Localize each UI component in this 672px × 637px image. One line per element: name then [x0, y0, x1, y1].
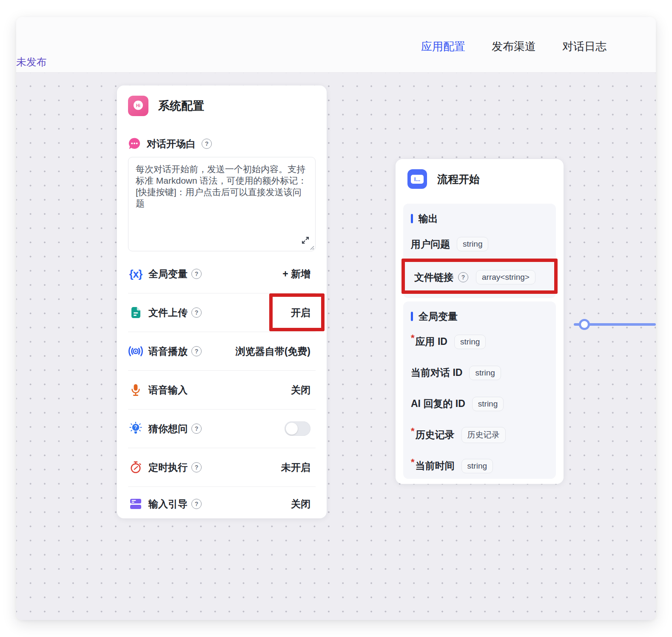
type-tag: 历史记录	[461, 427, 506, 443]
help-icon[interactable]: ?	[191, 269, 202, 279]
input-guide-value[interactable]: 关闭	[291, 498, 310, 511]
output-heading: 输出	[411, 212, 548, 225]
flow-card-header: I... 流程开始	[403, 169, 556, 189]
top-nav-tabs: 应用配置 发布渠道 对话日志	[421, 39, 607, 54]
global-variables-section: 全局变量 * 应用 ID string 当前对话 ID string AI 回复…	[403, 301, 556, 479]
variable-row-current-time: * 当前时间 string	[411, 450, 548, 481]
help-icon[interactable]: ?	[191, 424, 202, 434]
voice-input-row: 语音输入 关闭	[128, 370, 316, 409]
required-asterisk: *	[411, 333, 415, 344]
timer-icon	[128, 461, 143, 474]
variable-row-conversation-id: 当前对话 ID string	[411, 357, 548, 388]
section-bar	[411, 214, 413, 223]
help-icon[interactable]: ?	[191, 346, 202, 356]
system-card-title: 系统配置	[158, 98, 204, 114]
flow-card-title: 流程开始	[437, 172, 480, 186]
system-config-icon: Hi	[128, 96, 148, 116]
opening-message-placeholder: 每次对话开始前，发送一个初始内容。支持标准 Markdown 语法，可使用的额外…	[136, 163, 308, 209]
input-guide-row: 输入引导 ? 关闭	[128, 486, 316, 521]
svg-text:Hi: Hi	[136, 103, 140, 108]
type-tag: string	[472, 397, 504, 411]
help-icon[interactable]: ?	[191, 307, 202, 318]
app-window: 未发布 应用配置 发布渠道 对话日志 Hi 系统配置	[16, 17, 656, 620]
scheduled-run-row: 定时执行 ? 未开启	[128, 448, 316, 486]
tab-publish-channels[interactable]: 发布渠道	[492, 39, 536, 54]
flow-canvas[interactable]: Hi 系统配置 对话开场白 ? 每次对话开始前，发送	[16, 72, 656, 620]
tab-app-config[interactable]: 应用配置	[421, 39, 465, 54]
file-upload-status[interactable]: 开启	[291, 306, 310, 319]
flow-start-card[interactable]: I... 流程开始 输出 用户问题 string 文件链接 ? array<st…	[396, 159, 564, 484]
resize-handle[interactable]	[309, 245, 314, 250]
suggested-questions-row: ? 猜你想问 ?	[128, 409, 316, 448]
variable-row-ai-reply-id: AI 回复的 ID string	[411, 388, 548, 419]
variable-row-app-id: * 应用 ID string	[411, 326, 548, 357]
help-icon[interactable]: ?	[458, 272, 468, 282]
suggested-questions-toggle[interactable]	[285, 421, 310, 436]
voice-playback-row: 语音播放 ? 浏览器自带(免费)	[128, 332, 316, 370]
input-guide-icon	[128, 498, 143, 509]
scheduled-run-value[interactable]: 未开启	[281, 461, 310, 474]
svg-text:?: ?	[134, 424, 137, 430]
connector-port[interactable]	[579, 319, 590, 330]
add-variable-button[interactable]: + 新增	[282, 267, 310, 281]
flow-start-icon: I...	[407, 169, 427, 189]
voice-broadcast-icon	[128, 345, 143, 357]
section-bar	[411, 312, 413, 321]
help-icon[interactable]: ?	[202, 139, 212, 149]
chat-bubble-icon	[128, 137, 141, 150]
system-settings-list: {x} 全局变量 ? + 新增 文件上传 ?	[128, 255, 316, 521]
type-tag: string	[469, 366, 501, 380]
expand-icon[interactable]	[301, 236, 310, 245]
global-variables-row: {x} 全局变量 ? + 新增	[128, 255, 316, 293]
toggle-knob	[286, 423, 298, 435]
help-icon[interactable]: ?	[191, 462, 202, 472]
tab-conversation-logs[interactable]: 对话日志	[562, 39, 607, 54]
required-asterisk: *	[411, 426, 415, 437]
global-variables-heading: 全局变量	[411, 310, 548, 323]
voice-input-value[interactable]: 关闭	[291, 384, 310, 397]
lightbulb-question-icon: ?	[128, 422, 143, 435]
output-row-user-question: 用户问题 string	[411, 231, 548, 257]
file-document-icon	[128, 306, 143, 319]
opening-message-textarea[interactable]: 每次对话开始前，发送一个初始内容。支持标准 Markdown 语法，可使用的额外…	[128, 157, 316, 251]
file-upload-row: 文件上传 ? 开启	[128, 293, 316, 332]
help-icon[interactable]: ?	[191, 499, 202, 509]
type-tag: string	[454, 335, 486, 349]
output-row-file-link: 文件链接 ? array<string>	[411, 262, 548, 292]
system-card-header: Hi 系统配置	[128, 96, 316, 116]
top-bar: 未发布 应用配置 发布渠道 对话日志	[16, 17, 656, 72]
output-section: 输出 用户问题 string 文件链接 ? array<string>	[403, 204, 556, 298]
opening-message-row: 对话开场白 ?	[128, 137, 316, 150]
type-tag: string	[461, 459, 493, 473]
global-variables-list: * 应用 ID string 当前对话 ID string AI 回复的 ID …	[411, 326, 548, 481]
microphone-icon	[128, 384, 143, 396]
type-tag: string	[457, 237, 488, 251]
voice-playback-value[interactable]: 浏览器自带(免费)	[236, 345, 310, 358]
system-config-card[interactable]: Hi 系统配置 对话开场白 ? 每次对话开始前，发送	[117, 85, 327, 518]
type-tag: array<string>	[476, 270, 535, 284]
required-asterisk: *	[411, 457, 415, 468]
global-variable-icon: {x}	[128, 268, 143, 280]
publish-status-badge: 未发布	[16, 55, 47, 69]
variable-row-history: * 历史记录 历史记录	[411, 419, 548, 450]
opening-message-label: 对话开场白	[147, 137, 196, 151]
